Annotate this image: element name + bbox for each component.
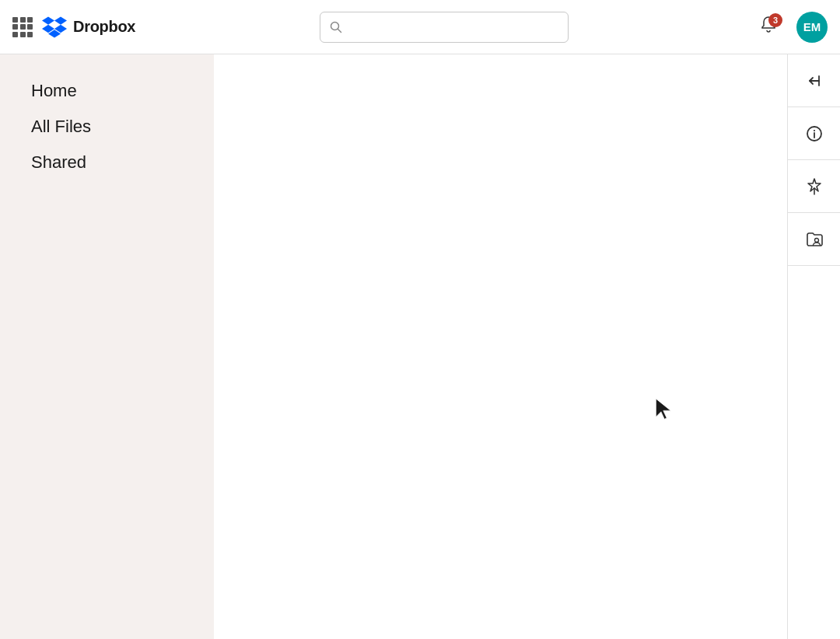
info-icon (805, 124, 824, 143)
search-input[interactable] (348, 21, 558, 33)
info-button[interactable] (788, 107, 841, 160)
svg-point-6 (814, 130, 814, 131)
sidebar: Home All Files Shared (0, 54, 214, 639)
dropbox-logo-link[interactable]: Dropbox (42, 16, 135, 38)
header-left: Dropbox (12, 16, 135, 38)
main-layout: Home All Files Shared (0, 54, 840, 639)
user-avatar[interactable]: EM (796, 12, 828, 43)
right-panel (787, 54, 840, 639)
pin-button[interactable] (788, 160, 841, 213)
svg-point-8 (814, 238, 818, 242)
folder-user-icon (805, 230, 824, 249)
logo-text: Dropbox (73, 18, 135, 36)
folder-sharing-button[interactable] (788, 213, 841, 266)
sidebar-item-shared[interactable]: Shared (0, 145, 214, 180)
pin-icon (805, 177, 824, 196)
collapse-left-icon (805, 72, 824, 90)
notifications-button[interactable]: 3 (753, 12, 784, 43)
header: Dropbox 3 EM (0, 0, 840, 54)
dropbox-logo-icon (42, 16, 67, 38)
main-content (214, 54, 787, 639)
mouse-cursor-icon (653, 396, 677, 424)
sidebar-item-home[interactable]: Home (0, 73, 214, 109)
apps-grid-icon[interactable] (12, 17, 33, 37)
sidebar-item-all-files[interactable]: All Files (0, 109, 214, 145)
search-icon (330, 21, 342, 33)
collapse-panel-button[interactable] (788, 54, 841, 107)
header-center (135, 12, 753, 43)
sidebar-nav: Home All Files Shared (0, 73, 214, 180)
search-bar[interactable] (320, 12, 569, 43)
notification-count: 3 (768, 13, 782, 27)
svg-line-1 (338, 29, 341, 32)
header-right: 3 EM (753, 12, 828, 43)
